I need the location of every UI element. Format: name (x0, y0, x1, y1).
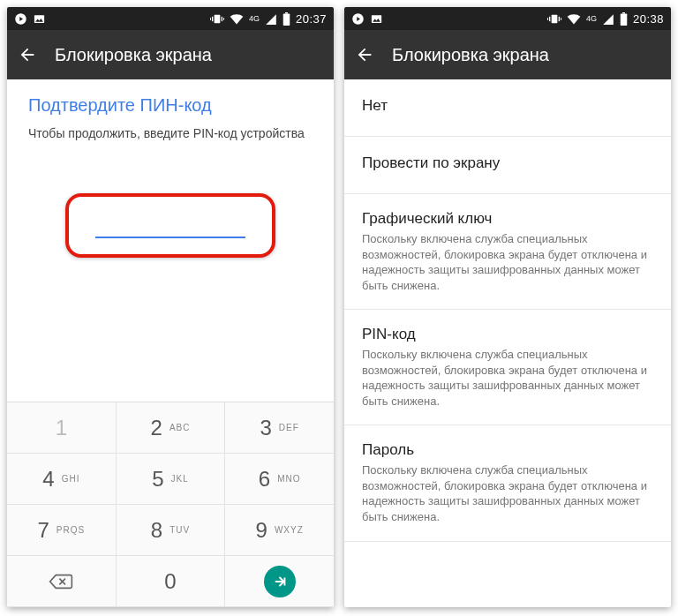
pin-screen: Подтвердите ПИН-код Чтобы продолжить, вв… (7, 79, 334, 402)
appbar-title: Блокировка экрана (392, 45, 549, 65)
pin-subtitle: Чтобы продолжить, введите PIN-код устрой… (28, 126, 313, 140)
svg-rect-7 (283, 13, 290, 26)
key-3[interactable]: 3DEF (225, 402, 334, 454)
svg-rect-2 (215, 14, 221, 22)
network-label: 4G (586, 15, 597, 23)
back-arrow-icon[interactable] (18, 45, 37, 64)
option-pattern[interactable]: Графический ключ Поскольку включена служ… (344, 194, 671, 310)
svg-rect-15 (547, 18, 548, 20)
status-bar: 4G 20:37 (7, 7, 334, 30)
pin-input-highlight (65, 193, 275, 258)
play-circle-icon (351, 12, 365, 26)
svg-rect-12 (552, 14, 558, 22)
clock: 20:37 (296, 12, 327, 26)
lock-options-list: Нет Провести по экрану Графический ключ … (344, 79, 671, 607)
phone-right: 4G 20:38 Блокировка экрана Нет Провести … (344, 7, 671, 607)
svg-rect-4 (222, 16, 222, 20)
back-arrow-icon[interactable] (355, 45, 374, 64)
wifi-icon (567, 13, 581, 25)
wifi-icon (230, 13, 244, 25)
option-swipe[interactable]: Провести по экрану (344, 137, 671, 194)
battery-icon (620, 12, 628, 26)
option-pin[interactable]: PIN-код Поскольку включена служба специа… (344, 310, 671, 425)
signal-icon (265, 13, 277, 25)
clock: 20:38 (633, 12, 664, 26)
key-2[interactable]: 2ABC (117, 402, 226, 454)
key-9[interactable]: 9WXYZ (225, 505, 334, 556)
svg-rect-13 (549, 16, 550, 20)
svg-rect-18 (622, 12, 625, 14)
play-circle-icon (14, 12, 27, 26)
svg-rect-6 (223, 18, 224, 20)
svg-rect-17 (621, 13, 628, 26)
svg-rect-14 (559, 16, 560, 20)
svg-rect-16 (561, 18, 561, 20)
option-password[interactable]: Пароль Поскольку включена служба специал… (344, 425, 671, 541)
enter-icon (264, 566, 296, 597)
image-icon (370, 12, 383, 26)
signal-icon (602, 13, 614, 25)
key-7[interactable]: 7PRQS (7, 505, 117, 556)
key-0[interactable]: 0 (117, 556, 226, 607)
svg-rect-8 (285, 12, 288, 14)
svg-rect-9 (283, 577, 285, 585)
pin-input[interactable] (95, 209, 245, 238)
status-bar: 4G 20:38 (344, 7, 671, 30)
svg-rect-3 (212, 16, 213, 20)
app-bar: Блокировка экрана (344, 30, 671, 79)
key-4[interactable]: 4GHI (7, 454, 117, 505)
key-enter[interactable] (225, 556, 334, 607)
network-label: 4G (249, 15, 260, 23)
battery-icon (282, 12, 290, 26)
vibrate-icon (547, 13, 561, 25)
app-bar: Блокировка экрана (7, 30, 334, 79)
key-1[interactable]: 1 (7, 402, 117, 454)
key-6[interactable]: 6MNO (225, 454, 334, 505)
option-none[interactable]: Нет (344, 79, 671, 137)
numeric-keypad: 1 2ABC 3DEF 4GHI 5JKL 6MNO 7PRQS 8TUV 9W… (7, 402, 334, 607)
key-5[interactable]: 5JKL (117, 454, 226, 505)
key-8[interactable]: 8TUV (117, 505, 226, 556)
pin-title: Подтвердите ПИН-код (28, 95, 313, 116)
key-backspace[interactable] (7, 556, 117, 607)
phone-left: 4G 20:37 Блокировка экрана Подтвердите П… (7, 7, 334, 607)
svg-rect-5 (210, 18, 211, 20)
appbar-title: Блокировка экрана (55, 45, 212, 65)
image-icon (33, 12, 46, 26)
vibrate-icon (210, 13, 224, 25)
